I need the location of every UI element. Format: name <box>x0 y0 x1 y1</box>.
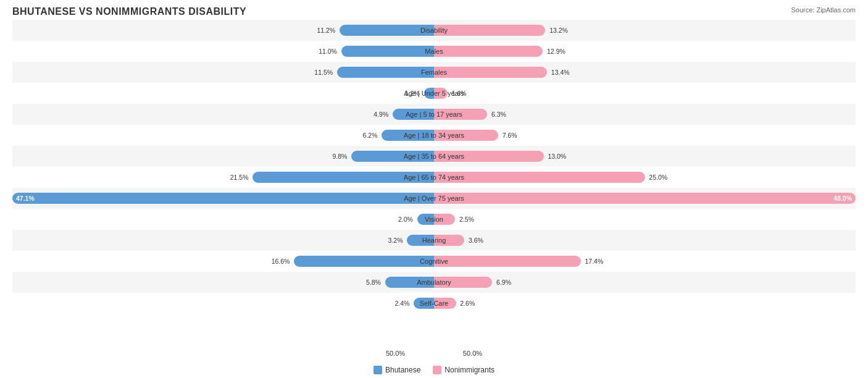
value-right: 2.6% <box>460 300 475 307</box>
value-right: 13.2% <box>549 27 568 34</box>
chart-container: BHUTANESE VS NONIMMIGRANTS DISABILITY So… <box>0 0 868 378</box>
bar-label: Self-Care <box>420 300 448 307</box>
value-left: 4.9% <box>373 111 388 118</box>
value-left: 6.2% <box>363 132 378 139</box>
value-left: 9.8% <box>332 153 347 160</box>
value-right: 48.0% <box>833 195 852 202</box>
bar-label: Cognitive <box>420 258 448 265</box>
bar-right <box>434 25 545 36</box>
value-left: 5.8% <box>366 279 381 286</box>
value-right: 6.9% <box>496 279 511 286</box>
chart-row: 5.8%6.9%Ambulatory <box>12 272 856 293</box>
chart-row: 9.8%13.0%Age | 35 to 64 years <box>12 146 856 167</box>
bar-label: Age | Over 75 years <box>404 195 464 202</box>
bar-label: Hearing <box>422 237 446 244</box>
source-label: Source: ZipAtlas.com <box>791 6 856 14</box>
bar-label: Age | 5 to 17 years <box>406 111 462 118</box>
legend-nonimmigrants: Nonimmigrants <box>433 366 495 374</box>
bar-left <box>341 46 434 57</box>
bar-left <box>294 256 434 267</box>
legend-nonimmigrants-label: Nonimmigrants <box>444 366 495 374</box>
chart-row: 3.2%3.6%Hearing <box>12 230 856 251</box>
legend-bhutanese-label: Bhutanese <box>385 366 420 374</box>
legend-nonimmigrants-box <box>433 366 441 374</box>
bar-label: Males <box>425 48 443 55</box>
bar-left <box>337 67 434 78</box>
chart-row: 6.2%7.6%Age | 18 to 34 years <box>12 125 856 146</box>
chart-row: 4.9%6.3%Age | 5 to 17 years <box>12 104 856 125</box>
value-right: 12.9% <box>547 48 565 55</box>
chart-row: 47.1%48.0%Age | Over 75 years <box>12 188 856 209</box>
bar-label: Females <box>421 69 447 76</box>
bar-label: Vision <box>425 216 443 223</box>
bar-label: Age | 35 to 64 years <box>404 153 464 160</box>
legend-bhutanese: Bhutanese <box>373 366 420 374</box>
chart-row: 21.5%25.0%Age | 65 to 74 years <box>12 167 856 188</box>
value-right: 6.3% <box>491 111 506 118</box>
bar-label: Age | 65 to 74 years <box>404 174 464 181</box>
bar-label: Age | 18 to 34 years <box>404 132 464 139</box>
value-left: 11.2% <box>317 27 335 34</box>
bar-label: Disability <box>420 27 448 34</box>
bar-right <box>434 256 581 267</box>
value-left: 2.0% <box>398 216 413 223</box>
chart-row: 2.0%2.5%Vision <box>12 209 856 230</box>
bar-left: 47.1% <box>12 193 434 204</box>
value-right: 13.0% <box>548 153 566 160</box>
value-right: 13.4% <box>551 69 570 76</box>
legend-bhutanese-box <box>373 366 382 374</box>
bar-right <box>434 67 547 78</box>
chart-row: 2.4%2.6%Self-Care <box>12 293 856 314</box>
chart-row: 11.2%13.2%Disability <box>12 20 856 41</box>
value-right: 17.4% <box>585 258 604 265</box>
bar-right: 48.0% <box>434 193 856 204</box>
value-right: 3.6% <box>469 237 483 244</box>
chart-area: 11.2%13.2%Disability11.0%12.9%Males11.5%… <box>12 20 856 330</box>
axis-right-label: 50.0% <box>463 350 482 357</box>
value-right: 7.6% <box>503 132 517 139</box>
chart-row: 1.2%1.6%Age | Under 5 years <box>12 83 856 104</box>
bar-label: Ambulatory <box>417 279 451 286</box>
value-left: 11.5% <box>314 69 333 76</box>
bar-label: Age | Under 5 years <box>404 90 464 97</box>
value-right: 2.5% <box>459 216 474 223</box>
legend: 50.0% Bhutanese Nonimmigrants 50.0% <box>373 366 495 374</box>
chart-row: 11.0%12.9%Males <box>12 41 856 62</box>
bar-right <box>434 172 645 183</box>
value-right: 25.0% <box>649 174 667 181</box>
bar-right <box>434 46 543 57</box>
chart-row: 16.6%17.4%Cognitive <box>12 251 856 272</box>
value-left: 3.2% <box>388 237 403 244</box>
value-left: 47.1% <box>16 195 35 202</box>
value-left: 11.0% <box>319 48 337 55</box>
chart-row: 11.5%13.4%Females <box>12 62 856 83</box>
chart-title: BHUTANESE VS NONIMMIGRANTS DISABILITY <box>12 6 856 17</box>
axis-left-label: 50.0% <box>386 350 405 357</box>
value-left: 21.5% <box>230 174 249 181</box>
value-left: 16.6% <box>272 258 290 265</box>
value-left: 2.4% <box>394 300 409 307</box>
